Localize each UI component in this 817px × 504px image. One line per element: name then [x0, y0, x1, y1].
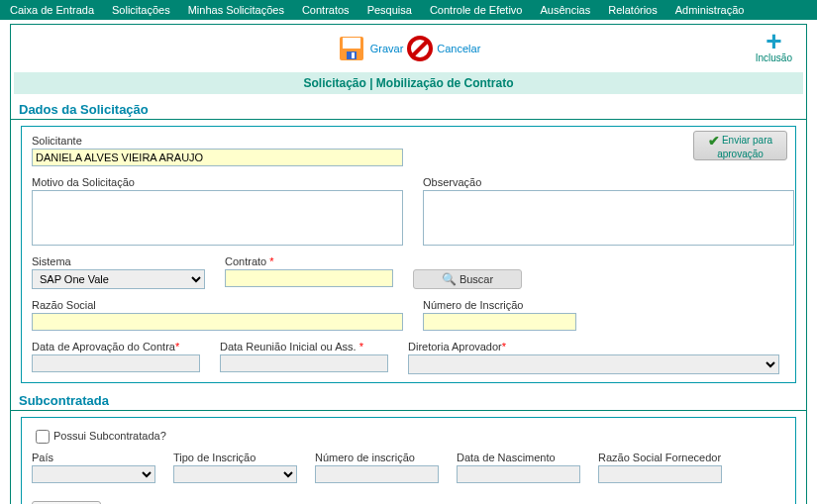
menu-pesquisa[interactable]: Pesquisa — [367, 4, 412, 16]
data-reuniao-input[interactable] — [220, 354, 388, 372]
menu-minhas[interactable]: Minhas Solicitações — [188, 4, 284, 16]
motivo-label: Motivo da Solicitação — [32, 176, 403, 188]
solicitante-label: Solicitante — [32, 135, 403, 147]
cancel-icon — [407, 36, 433, 61]
svg-rect-3 — [352, 52, 355, 58]
enviar-aprovacao-button[interactable]: ✔Enviar para aprovação — [693, 131, 787, 160]
num-inscr-label: Número de inscrição — [315, 452, 439, 463]
main-menu: Caixa de Entrada Solicitações Minhas Sol… — [0, 0, 817, 20]
dados-form: ✔Enviar para aprovação Solicitante Motiv… — [21, 126, 796, 383]
menu-controle[interactable]: Controle de Efetivo — [430, 4, 523, 16]
cancel-label: Cancelar — [437, 43, 480, 54]
svg-rect-1 — [343, 38, 360, 49]
menu-caixa[interactable]: Caixa de Entrada — [10, 4, 94, 16]
include-button[interactable]: + Inclusão — [756, 31, 792, 63]
page-container: Gravar Cancelar + Inclusão Solicitação |… — [10, 24, 807, 504]
buscar-label: Buscar — [460, 273, 493, 285]
possui-sub-checkbox[interactable] — [36, 430, 50, 444]
enviar-l1: Enviar para — [722, 135, 772, 146]
section-dados-header: Dados da Solicitação — [11, 98, 806, 120]
contrato-label: Contrato * — [225, 255, 393, 267]
cancel-button[interactable]: Cancelar — [407, 36, 480, 61]
search-icon: 🔍 — [442, 272, 457, 286]
save-button[interactable]: Gravar — [337, 34, 404, 63]
section-sub-header: Subcontratada — [11, 389, 806, 411]
plus-icon: + — [756, 31, 792, 52]
sistema-label: Sistema — [32, 255, 205, 267]
menu-relatorios[interactable]: Relatórios — [608, 4, 658, 16]
data-aprov-label: Data de Aprovação do Contra* — [32, 341, 200, 353]
tipo-inscr-select[interactable] — [173, 465, 297, 483]
diretoria-label: Diretoria Aprovador* — [408, 341, 779, 353]
page-title: Solicitação | Mobilização de Contrato — [14, 72, 803, 94]
data-nasc-label: Data de Nascimento — [457, 452, 580, 463]
diretoria-select[interactable] — [408, 354, 779, 374]
save-label: Gravar — [370, 43, 404, 54]
contrato-input[interactable] — [225, 269, 393, 287]
menu-solicitacoes[interactable]: Solicitações — [112, 4, 170, 16]
data-aprov-input[interactable] — [32, 354, 200, 372]
data-nasc-input[interactable] — [457, 465, 580, 483]
check-icon: ✔ — [708, 133, 720, 149]
menu-admin[interactable]: Administração — [675, 4, 745, 16]
enviar-l2: aprovação — [717, 149, 764, 159]
menu-ausencias[interactable]: Ausências — [540, 4, 590, 16]
menu-contratos[interactable]: Contratos — [302, 4, 350, 16]
include-label: Inclusão — [756, 52, 792, 63]
tipo-inscr-label: Tipo de Inscrição — [173, 452, 297, 463]
num-inscr-input[interactable] — [315, 465, 439, 483]
razao-input[interactable] — [32, 313, 403, 331]
inscricao-input[interactable] — [423, 313, 576, 331]
sistema-select[interactable]: SAP One Vale — [32, 269, 205, 289]
pais-label: País — [32, 452, 155, 463]
buscar-button[interactable]: 🔍 Buscar — [413, 269, 522, 289]
solicitante-input[interactable] — [32, 149, 403, 166]
pais-select[interactable] — [32, 465, 155, 483]
possui-sub-label: Possui Subcontratada? — [53, 430, 166, 442]
razao-label: Razão Social — [32, 299, 403, 311]
observacao-label: Observação — [423, 176, 794, 188]
razao-forn-label: Razão Social Fornecedor — [598, 452, 722, 463]
inscricao-label: Número de Inscrição — [423, 299, 576, 311]
motivo-textarea[interactable] — [32, 190, 403, 246]
sub-form: Possui Subcontratada? País Tipo de Inscr… — [21, 417, 796, 504]
data-reuniao-label: Data Reunião Inicial ou Ass. * — [220, 341, 388, 353]
observacao-textarea[interactable] — [423, 190, 794, 246]
save-icon — [337, 34, 366, 63]
toolbar: Gravar Cancelar + Inclusão — [11, 25, 806, 72]
razao-forn-input[interactable] — [598, 465, 722, 483]
